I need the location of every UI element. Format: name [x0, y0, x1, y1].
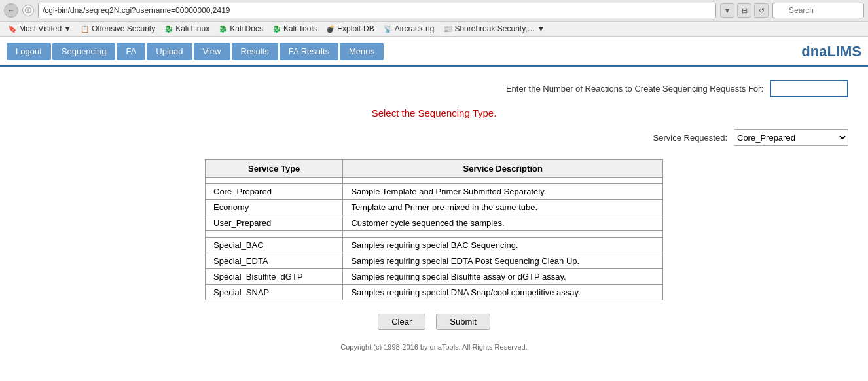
nav-bar: Logout Sequencing FA Upload View Results…	[0, 37, 868, 67]
service-type-user-prepared: User_Prepared	[206, 215, 343, 231]
bookmark-exploit-db[interactable]: 💣 Exploit-DB	[322, 23, 378, 35]
service-desc-special-bisulfite: Samples requiring special Bisulfite assa…	[343, 269, 663, 285]
app-title: dnaLIMS	[801, 43, 861, 60]
refresh-btn[interactable]: ↺	[754, 3, 769, 18]
service-requested-row: Service Requested: Core_Prepared Economy…	[20, 129, 848, 146]
table-row-special-edta: Special_EDTA Samples requiring special E…	[206, 253, 663, 269]
service-desc-core-prepared: Sample Template and Primer Submitted Sep…	[343, 184, 663, 200]
nav-sequencing-button[interactable]: Sequencing	[52, 43, 116, 60]
bookmark-most-visited[interactable]: 🔖 Most Visited ▼	[4, 23, 75, 35]
table-row-empty-top	[206, 178, 663, 184]
url-bar[interactable]	[38, 3, 716, 18]
nav-fa-button[interactable]: FA	[117, 43, 145, 60]
submit-button[interactable]: Submit	[436, 314, 490, 330]
reactions-input[interactable]	[770, 80, 848, 97]
table-row-special-snap: Special_SNAP Samples requiring special D…	[206, 285, 663, 300]
bookmark-offensive-security-icon: 📋	[81, 25, 90, 33]
service-type-special-bisulfite: Special_Bisulfite_dGTP	[206, 269, 343, 285]
info-icon[interactable]: ⓘ	[22, 5, 34, 16]
bookmark-kali-linux[interactable]: 🐉 Kali Linux	[160, 23, 213, 35]
bookmark-exploit-db-icon: 💣	[326, 25, 335, 33]
bookmark-shorebreak-label: Shorebreak Security,…	[454, 24, 535, 33]
service-type-special-snap: Special_SNAP	[206, 285, 343, 300]
service-type-core-prepared: Core_Prepared	[206, 184, 343, 200]
page-footer: Copyright (c) 1998-2016 by dnaTools. All…	[20, 340, 848, 354]
table-row-user-prepared: User_Prepared Customer cycle sequenced t…	[206, 215, 663, 231]
bookmark-most-visited-label: Most Visited	[19, 24, 62, 33]
nav-fa-results-button[interactable]: FA Results	[280, 43, 338, 60]
bookmark-aircrack-ng[interactable]: 📡 Aircrack-ng	[380, 23, 439, 35]
table-row-economy: Economy Template and Primer pre-mixed in…	[206, 200, 663, 215]
table-row-special-bac: Special_BAC Samples requiring special BA…	[206, 238, 663, 253]
service-requested-label: Service Requested:	[653, 133, 727, 143]
bookmark-aircrack-ng-icon: 📡	[384, 25, 393, 33]
bookmark-kali-tools-label: Kali Tools	[283, 24, 317, 33]
service-desc-special-bac: Samples requiring special BAC Sequencing…	[343, 238, 663, 253]
page-content: Logout Sequencing FA Upload View Results…	[0, 37, 868, 367]
bookmark-kali-tools[interactable]: 🐉 Kali Tools	[268, 23, 321, 35]
bookmark-offensive-security[interactable]: 📋 Offensive Security	[77, 23, 159, 35]
search-wrapper: 🔍	[772, 3, 864, 18]
bookmark-most-visited-icon: 🔖	[8, 25, 17, 33]
main-area: Enter the Number of Reactions to Create …	[0, 67, 868, 367]
bookmark-shorebreak[interactable]: 📰 Shorebreak Security,… ▼	[439, 23, 549, 35]
service-type-economy: Economy	[206, 200, 343, 215]
bookmark-kali-linux-icon: 🐉	[164, 25, 173, 33]
service-desc-special-edta: Samples requiring special EDTA Post Sequ…	[343, 253, 663, 269]
buttons-row: Clear Submit	[20, 314, 848, 330]
browser-toolbar: ← ⓘ ▼ ⊟ ↺ 🔍	[0, 0, 868, 22]
bookmark-kali-linux-label: Kali Linux	[175, 24, 209, 33]
dropdown-btn[interactable]: ▼	[720, 3, 734, 18]
bookmark-offensive-security-label: Offensive Security	[92, 24, 155, 33]
table-row-special-bisulfite: Special_Bisulfite_dGTP Samples requiring…	[206, 269, 663, 285]
bookmark-most-visited-arrow: ▼	[63, 24, 71, 33]
bookmark-shorebreak-arrow: ▼	[537, 24, 545, 33]
browser-search-input[interactable]	[772, 3, 864, 18]
table-header-service-type: Service Type	[206, 160, 343, 178]
table-header-service-description: Service Description	[343, 160, 663, 178]
nav-view-button[interactable]: View	[194, 43, 230, 60]
service-table: Service Type Service Description Core_Pr…	[205, 159, 663, 300]
bookmark-shorebreak-icon: 📰	[443, 25, 452, 33]
bookmark-kali-docs-icon: 🐉	[219, 25, 228, 33]
service-desc-special-snap: Samples requiring special DNA Snap/cool …	[343, 285, 663, 300]
clear-button[interactable]: Clear	[378, 314, 425, 330]
browser-chrome: ← ⓘ ▼ ⊟ ↺ 🔍 🔖 Most Visited ▼ 📋 Offensive…	[0, 0, 868, 37]
reactions-row: Enter the Number of Reactions to Create …	[20, 80, 848, 97]
service-desc-user-prepared: Customer cycle sequenced the samples.	[343, 215, 663, 231]
select-type-message: Select the Sequencing Type.	[20, 107, 848, 118]
bookmark-kali-docs-label: Kali Docs	[230, 24, 263, 33]
back-button[interactable]: ←	[4, 3, 18, 18]
bookmark-kali-tools-icon: 🐉	[272, 25, 281, 33]
service-type-special-edta: Special_EDTA	[206, 253, 343, 269]
nav-upload-button[interactable]: Upload	[147, 43, 192, 60]
bookmarks-bar: 🔖 Most Visited ▼ 📋 Offensive Security 🐉 …	[0, 22, 868, 37]
service-type-special-bac: Special_BAC	[206, 238, 343, 253]
bookmark-kali-docs[interactable]: 🐉 Kali Docs	[215, 23, 267, 35]
service-desc-economy: Template and Primer pre-mixed in the sam…	[343, 200, 663, 215]
nav-logout-button[interactable]: Logout	[7, 43, 51, 60]
reader-btn[interactable]: ⊟	[737, 3, 751, 18]
table-row-core-prepared: Core_Prepared Sample Template and Primer…	[206, 184, 663, 200]
service-requested-select[interactable]: Core_Prepared Economy User_Prepared Spec…	[734, 129, 848, 146]
browser-controls: ▼ ⊟ ↺	[720, 3, 769, 18]
reactions-label: Enter the Number of Reactions to Create …	[506, 84, 763, 94]
table-row-spacer	[206, 231, 663, 238]
bookmark-aircrack-ng-label: Aircrack-ng	[395, 24, 435, 33]
nav-results-button[interactable]: Results	[232, 43, 278, 60]
bookmark-exploit-db-label: Exploit-DB	[337, 24, 374, 33]
nav-menus-button[interactable]: Menus	[340, 43, 384, 60]
